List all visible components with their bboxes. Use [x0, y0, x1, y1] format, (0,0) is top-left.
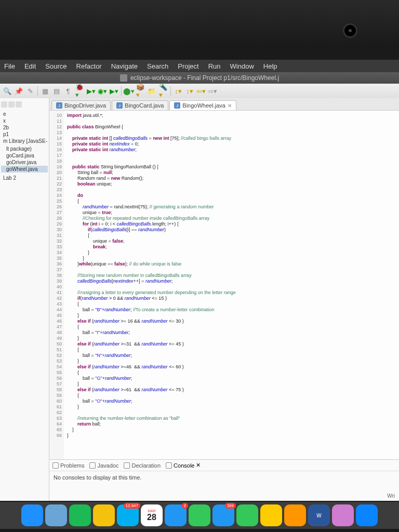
- grid-icon[interactable]: ▦: [41, 87, 49, 95]
- declaration-icon: [124, 462, 130, 469]
- new-package-icon[interactable]: 📦▾: [136, 87, 144, 95]
- tab-label: BingoWheel.java: [182, 102, 225, 109]
- tab-label: BingoDriver.java: [64, 102, 106, 109]
- menu-edit[interactable]: Edit: [24, 62, 36, 70]
- dock-skype-icon[interactable]: 12,947: [117, 504, 139, 526]
- tree-item[interactable]: Lab 2: [1, 175, 48, 181]
- tree-item[interactable]: goWheel.java: [1, 166, 48, 172]
- badge: 399: [225, 503, 236, 509]
- java-file-icon: J: [116, 102, 123, 109]
- bottom-tab-declaration[interactable]: Declaration: [124, 462, 161, 469]
- collapse-icon[interactable]: [1, 101, 7, 108]
- bottom-tab-console[interactable]: Console ✕: [166, 462, 201, 469]
- webcam-icon: [343, 23, 357, 38]
- bottom-tabs[interactable]: ProblemsJavadocDeclarationConsole ✕: [49, 460, 399, 471]
- dock-finder-icon[interactable]: [21, 504, 43, 526]
- line-gutter: 1011121314151617181920212223242526272829…: [49, 111, 64, 459]
- package-explorer[interactable]: ex2bp1m Library [JavaSE-lt package)goCar…: [0, 98, 49, 501]
- status-bar-right: Wri: [387, 493, 395, 499]
- dock-facetime-icon[interactable]: [236, 504, 258, 526]
- pilcrow-icon[interactable]: ¶: [64, 87, 72, 95]
- menu-file[interactable]: File: [4, 62, 15, 70]
- coverage-icon[interactable]: ◉▾: [98, 87, 107, 95]
- open-type-icon[interactable]: 📁: [148, 87, 156, 95]
- menu-refactor[interactable]: Refactor: [76, 62, 102, 70]
- search-tool-icon[interactable]: 🔦▾: [159, 87, 167, 95]
- back-icon[interactable]: ⇦▾: [197, 87, 205, 95]
- bottom-tab-problems[interactable]: Problems: [52, 462, 84, 469]
- editor-tabs[interactable]: JBingoDriver.javaJBingoCard.javaJBingoWh…: [49, 98, 399, 111]
- nav-prev-icon[interactable]: ↕▾: [174, 87, 182, 95]
- editor-tab[interactable]: JBingoWheel.java✕: [169, 100, 236, 110]
- pin-icon[interactable]: 📌: [15, 87, 23, 95]
- bottom-tab-javadoc[interactable]: Javadoc: [89, 462, 118, 469]
- search-icon[interactable]: 🔍: [3, 87, 11, 95]
- dock-word-icon[interactable]: W: [308, 504, 330, 526]
- editor-tab[interactable]: JBingoCard.java: [112, 100, 168, 110]
- dock-calendar-icon[interactable]: MAR28: [141, 504, 163, 526]
- menu-run[interactable]: Run: [208, 62, 221, 70]
- menu-navigate[interactable]: Navigate: [111, 62, 138, 70]
- laptop-bezel: [0, 0, 399, 44]
- menu-icon[interactable]: [16, 101, 22, 108]
- macos-dock[interactable]: 12,947MAR282399W: [0, 502, 399, 529]
- eclipse-icon: [120, 74, 127, 82]
- code-content[interactable]: import java.util.*;public class BingoWhe…: [64, 111, 399, 459]
- new-class-icon[interactable]: ⬤▾: [125, 87, 133, 95]
- editor-area: JBingoDriver.javaJBingoCard.javaJBingoWh…: [49, 98, 399, 501]
- close-icon[interactable]: ✕: [228, 103, 232, 109]
- badge: 12,947: [124, 503, 140, 509]
- window-title: eclipse-workspace - Final Project p1/src…: [130, 74, 279, 82]
- tree-item[interactable]: e: [1, 111, 48, 117]
- forward-icon[interactable]: ⇨▾: [208, 87, 217, 95]
- tree-item[interactable]: goDriver.java: [1, 159, 48, 166]
- dock-safari-icon[interactable]: 399: [212, 504, 234, 526]
- menu-project[interactable]: Project: [178, 62, 198, 70]
- nav-next-icon[interactable]: ↕▾: [185, 87, 194, 95]
- menu-source[interactable]: Source: [45, 62, 66, 70]
- tree-item[interactable]: lt package): [1, 145, 48, 152]
- tree-item[interactable]: 2b: [1, 124, 48, 131]
- close-icon[interactable]: ✕: [196, 462, 201, 469]
- dock-safari-left-icon[interactable]: [45, 504, 67, 526]
- dock-mail-icon[interactable]: 2: [165, 504, 187, 526]
- tree-item[interactable]: goCard.java: [1, 152, 48, 159]
- macos-menubar: FileEditSourceRefactorNavigateSearchProj…: [0, 60, 399, 72]
- java-file-icon: J: [174, 102, 180, 109]
- run-icon[interactable]: ▶▾: [87, 87, 95, 95]
- menu-help[interactable]: Help: [263, 62, 277, 70]
- menu-search[interactable]: Search: [147, 62, 168, 70]
- tree-item[interactable]: x: [1, 117, 48, 124]
- javadoc-icon: [89, 462, 96, 469]
- menu-window[interactable]: Window: [230, 62, 254, 70]
- explorer-header-icons[interactable]: [1, 100, 48, 109]
- window-titlebar: eclipse-workspace - Final Project p1/src…: [0, 72, 399, 84]
- run-last-icon[interactable]: ▶▾: [110, 87, 118, 95]
- separator: [121, 86, 122, 96]
- dock-itunes-icon[interactable]: [332, 504, 354, 526]
- doc-icon[interactable]: ▤: [52, 87, 61, 95]
- tree-item[interactable]: p1: [1, 131, 48, 138]
- console-body: No consoles to display at this time.: [49, 471, 399, 484]
- dock-spotify-icon[interactable]: [69, 504, 91, 526]
- dock-appstore-icon[interactable]: [356, 504, 378, 526]
- console-icon: [166, 462, 172, 469]
- separator: [37, 86, 38, 96]
- tab-label: BingoCard.java: [125, 102, 164, 109]
- dock-chrome-icon[interactable]: [93, 504, 115, 526]
- problems-icon: [52, 462, 59, 469]
- dock-firefox-icon[interactable]: [284, 504, 306, 526]
- link-icon[interactable]: [8, 101, 15, 108]
- eclipse-toolbar[interactable]: 🔍 📌 ✎ ▦ ▤ ¶ 🐞▾ ▶▾ ◉▾ ▶▾ ⬤▾ 📦▾ 📁 🔦▾ ↕▾ ↕▾…: [0, 84, 399, 98]
- code-editor[interactable]: 1011121314151617181920212223242526272829…: [49, 111, 399, 459]
- java-file-icon: J: [56, 102, 62, 109]
- debug-icon[interactable]: 🐞▾: [75, 87, 84, 95]
- workspace: ex2bp1m Library [JavaSE-lt package)goCar…: [0, 98, 399, 501]
- bottom-panel: ProblemsJavadocDeclarationConsole ✕ No c…: [49, 459, 399, 501]
- tree-item[interactable]: m Library [JavaSE-: [1, 138, 48, 144]
- dock-app1-icon[interactable]: [260, 504, 282, 526]
- dock-messages-icon[interactable]: [189, 504, 210, 526]
- separator: [170, 86, 171, 96]
- edit-icon[interactable]: ✎: [26, 87, 34, 95]
- editor-tab[interactable]: JBingoDriver.java: [51, 100, 111, 110]
